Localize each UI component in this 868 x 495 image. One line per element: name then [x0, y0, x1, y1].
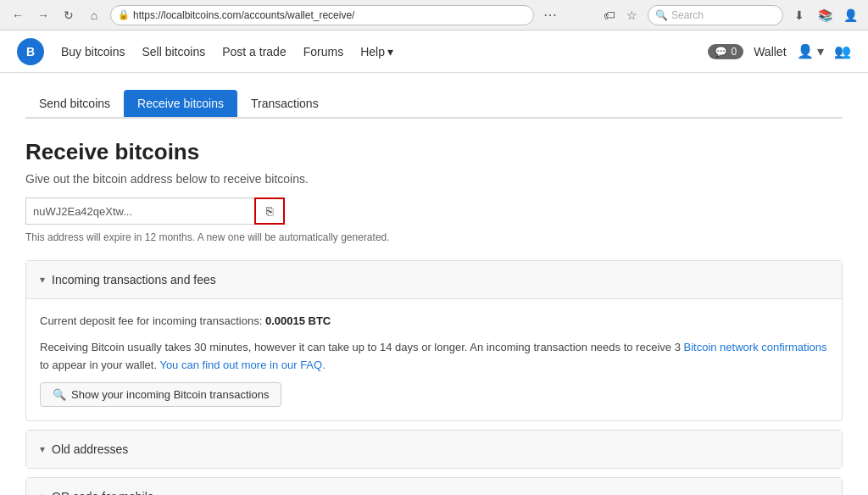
user-menu-button[interactable]: 👤 ▾ — [797, 43, 824, 59]
browser-search[interactable]: 🔍 Search — [648, 5, 783, 25]
logo-icon: B — [17, 38, 44, 65]
copy-address-button[interactable]: ⎘ — [254, 197, 285, 225]
old-addresses-title: Old addresses — [52, 442, 128, 456]
chat-icon: 💬 — [715, 46, 727, 58]
page-title: Receive bitcoins — [25, 139, 843, 165]
secure-icon: 🔒 — [118, 9, 130, 20]
chat-count: 0 — [731, 46, 737, 58]
old-addresses-chevron-icon: ▾ — [40, 443, 45, 455]
qr-code-title: QR code for mobile — [52, 490, 154, 495]
incoming-transactions-section: ▾ Incoming transactions and fees Current… — [25, 260, 843, 421]
qr-code-chevron-icon: ▾ — [40, 491, 45, 495]
main-nav: Buy bitcoins Sell bitcoins Post a trade … — [61, 45, 393, 58]
chat-badge[interactable]: 💬 0 — [708, 44, 743, 59]
home-button[interactable]: ⌂ — [85, 6, 103, 25]
nav-help[interactable]: Help ▾ — [360, 45, 393, 58]
search-icon: 🔍 — [655, 9, 668, 21]
bookmark-icon[interactable]: ☆ — [622, 6, 641, 25]
tab-receive[interactable]: Receive bitcoins — [124, 90, 237, 117]
fee-amount: 0.00015 BTC — [265, 314, 331, 327]
incoming-section-body: Current deposit fee for incoming transac… — [26, 298, 842, 420]
incoming-chevron-icon: ▾ — [40, 274, 45, 286]
fee-paragraph: Current deposit fee for incoming transac… — [40, 313, 828, 331]
search-placeholder: Search — [671, 9, 704, 21]
qr-code-header[interactable]: ▾ QR code for mobile — [26, 478, 842, 495]
logo: B — [17, 38, 44, 65]
pocket-icon[interactable]: 🏷 — [600, 6, 619, 25]
nav-buy[interactable]: Buy bitcoins — [61, 45, 125, 58]
reload-button[interactable]: ↻ — [59, 6, 78, 25]
show-transactions-label: Show your incoming Bitcoin transactions — [71, 388, 269, 401]
site-header: B Buy bitcoins Sell bitcoins Post a trad… — [0, 31, 868, 73]
magnifier-icon: 🔍 — [53, 388, 66, 401]
info-text-2: to appear in your wallet. — [40, 359, 159, 371]
faq-link[interactable]: You can find out more in our FAQ. — [159, 359, 325, 371]
nav-sell[interactable]: Sell bitcoins — [142, 45, 205, 58]
page-content: Send bitcoins Receive bitcoins Transacti… — [0, 73, 868, 495]
address-container: ⎘ — [25, 197, 843, 225]
nav-forums[interactable]: Forums — [303, 45, 343, 58]
page-subtitle: Give out the bitcoin address below to re… — [25, 172, 843, 186]
old-addresses-header[interactable]: ▾ Old addresses — [26, 431, 842, 468]
nav-post-trade[interactable]: Post a trade — [222, 45, 287, 58]
browser-menu-button[interactable]: ⋯ — [541, 6, 559, 25]
profile-icon[interactable]: 👤 — [841, 6, 860, 25]
back-button[interactable]: ← — [8, 6, 27, 25]
network-confirmations-link[interactable]: Bitcoin network confirmations — [683, 341, 826, 353]
forward-button[interactable]: → — [34, 6, 53, 25]
header-right: 💬 0 Wallet 👤 ▾ 👥 — [708, 43, 851, 59]
url-text: https://localbitcoins.com/accounts/walle… — [133, 9, 354, 21]
tab-transactions[interactable]: Transactions — [237, 90, 332, 117]
old-addresses-section: ▾ Old addresses — [25, 430, 843, 469]
download-icon[interactable]: ⬇ — [790, 6, 809, 25]
info-paragraph: Receiving Bitcoin usually takes 30 minut… — [40, 339, 828, 375]
incoming-section-header[interactable]: ▾ Incoming transactions and fees — [26, 261, 842, 298]
tabs: Send bitcoins Receive bitcoins Transacti… — [25, 90, 843, 119]
incoming-section-title: Incoming transactions and fees — [52, 273, 216, 286]
browser-chrome: ← → ↻ ⌂ 🔒 https://localbitcoins.com/acco… — [0, 0, 868, 31]
show-transactions-button[interactable]: 🔍 Show your incoming Bitcoin transaction… — [40, 382, 281, 407]
browser-icons: 🏷 ☆ — [600, 6, 641, 25]
help-chevron-icon: ▾ — [387, 45, 393, 58]
extra-icon[interactable]: 👥 — [834, 43, 851, 59]
logo-letter: B — [26, 45, 35, 58]
info-text-1: Receiving Bitcoin usually takes 30 minut… — [40, 341, 683, 353]
fee-label: Current deposit fee for incoming transac… — [40, 314, 262, 327]
tab-send[interactable]: Send bitcoins — [25, 90, 124, 117]
qr-code-section: ▾ QR code for mobile — [25, 477, 843, 495]
copy-icon: ⎘ — [266, 204, 273, 218]
url-bar[interactable]: 🔒 https://localbitcoins.com/accounts/wal… — [110, 5, 534, 25]
address-expiry-note: This address will expire in 12 months. A… — [25, 231, 843, 243]
bitcoin-address-input[interactable] — [25, 197, 254, 225]
library-icon[interactable]: 📚 — [815, 6, 834, 25]
wallet-link[interactable]: Wallet — [754, 45, 786, 58]
